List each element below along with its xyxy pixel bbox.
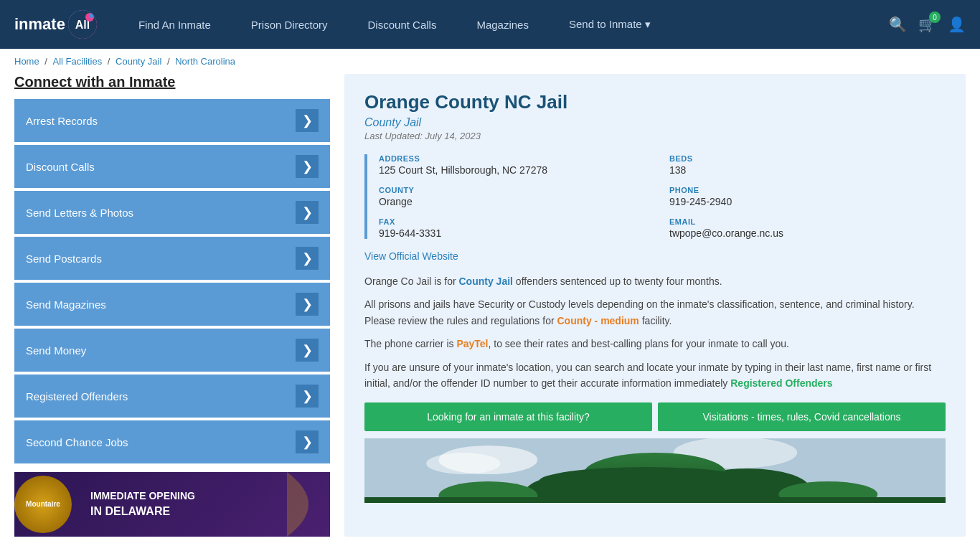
facility-desc2: All prisons and jails have Security or C…: [364, 296, 946, 329]
logo[interactable]: inmate All: [14, 10, 97, 39]
address-value: 125 Court St, Hillsborough, NC 27278: [379, 164, 655, 176]
search-icon[interactable]: 🔍: [889, 16, 907, 33]
facility-desc1: Orange Co Jail is for County Jail offend…: [364, 273, 946, 289]
visitations-button[interactable]: Visitations - times, rules, Covid cancel…: [658, 402, 946, 431]
cart-icon[interactable]: 🛒 0: [918, 16, 936, 33]
sidebar-menu: Arrest Records ❯ Discount Calls ❯ Send L…: [14, 99, 330, 463]
sidebar-item-registered-offenders[interactable]: Registered Offenders ❯: [14, 375, 330, 418]
nav-prison-directory[interactable]: Prison Directory: [231, 0, 348, 49]
info-phone: PHONE 919-245-2940: [669, 186, 946, 207]
beds-value: 138: [669, 164, 946, 176]
county-value: Orange: [379, 196, 655, 207]
facility-card: Orange County NC Jail County Jail Last U…: [344, 74, 966, 537]
sidebar-label-arrest-records: Arrest Records: [26, 115, 98, 127]
facility-type: County Jail: [364, 116, 946, 129]
info-beds: BEDS 138: [669, 154, 946, 176]
chevron-right-icon: ❯: [296, 109, 319, 132]
fax-value: 919-644-3331: [379, 227, 655, 239]
main-content: Connect with an Inmate Arrest Records ❯ …: [0, 74, 980, 551]
ad-line2: IN DELAWARE: [90, 504, 195, 519]
chevron-right-icon: ❯: [296, 339, 319, 362]
chevron-right-icon: ❯: [296, 385, 319, 408]
svg-point-6: [426, 453, 500, 474]
facility-info-grid: ADDRESS 125 Court St, Hillsborough, NC 2…: [364, 154, 946, 239]
chevron-right-icon: ❯: [296, 155, 319, 178]
ad-logo-text: Mountaire: [26, 500, 60, 509]
sidebar-item-arrest-records[interactable]: Arrest Records ❯: [14, 99, 330, 142]
sidebar-item-discount-calls[interactable]: Discount Calls ❯: [14, 145, 330, 188]
paytel-link[interactable]: PayTel: [456, 338, 488, 349]
county-label: COUNTY: [379, 186, 655, 194]
county-jail-link[interactable]: County Jail: [459, 276, 513, 287]
sidebar-label-second-chance-jobs: Second Chance Jobs: [26, 436, 128, 448]
email-value: twpope@co.orange.nc.us: [669, 227, 946, 239]
breadcrumb-sep3: /: [167, 56, 172, 67]
chevron-right-icon: ❯: [296, 201, 319, 224]
svg-point-9: [525, 474, 636, 503]
nav-links: Find An Inmate Prison Directory Discount…: [118, 0, 889, 49]
info-email: EMAIL twpope@co.orange.nc.us: [669, 217, 946, 239]
sidebar-item-send-magazines[interactable]: Send Magazines ❯: [14, 283, 330, 326]
cart-badge: 0: [929, 11, 941, 23]
info-fax: FAX 919-644-3331: [379, 217, 655, 239]
breadcrumb-home[interactable]: Home: [14, 56, 39, 67]
chevron-right-icon: ❯: [296, 247, 319, 270]
logo-text: inmate: [14, 15, 65, 34]
breadcrumb-sep2: /: [108, 56, 113, 67]
sidebar-ad[interactable]: Mountaire IMMEDIATE OPENING IN DELAWARE: [14, 472, 330, 537]
navbar: inmate All Find An Inmate Prison Directo…: [0, 0, 980, 49]
breadcrumb: Home / All Facilities / County Jail / No…: [0, 49, 980, 74]
sidebar-item-send-money[interactable]: Send Money ❯: [14, 329, 330, 372]
beds-label: BEDS: [669, 154, 946, 163]
facility-photo: [364, 438, 946, 503]
svg-point-8: [581, 460, 730, 503]
breadcrumb-north-carolina[interactable]: North Carolina: [175, 56, 235, 67]
info-address: ADDRESS 125 Court St, Hillsborough, NC 2…: [379, 154, 655, 176]
phone-label: PHONE: [669, 186, 946, 194]
sidebar-label-send-magazines: Send Magazines: [26, 298, 106, 311]
fax-label: FAX: [379, 217, 655, 226]
logo-icon: All: [68, 10, 97, 39]
nav-find-inmate[interactable]: Find An Inmate: [118, 0, 231, 49]
sidebar-item-send-letters-photos[interactable]: Send Letters & Photos ❯: [14, 191, 330, 234]
breadcrumb-county-jail[interactable]: County Jail: [116, 56, 161, 67]
phone-value: 919-245-2940: [669, 196, 946, 207]
svg-point-3: [89, 14, 93, 18]
svg-point-7: [674, 438, 797, 468]
sidebar-label-send-letters-photos: Send Letters & Photos: [26, 207, 133, 219]
ad-line1: IMMEDIATE OPENING: [90, 489, 195, 504]
sidebar-label-discount-calls: Discount Calls: [26, 161, 95, 173]
email-label: EMAIL: [669, 217, 946, 226]
nav-send-to-inmate[interactable]: Send to Inmate ▾: [549, 0, 671, 49]
nav-magazines[interactable]: Magazines: [456, 0, 549, 49]
facility-last-updated: Last Updated: July 14, 2023: [364, 131, 946, 141]
chevron-right-icon: ❯: [296, 293, 319, 316]
chevron-right-icon: ❯: [296, 430, 319, 453]
county-medium-link[interactable]: County - medium: [557, 315, 639, 326]
view-official-website-link[interactable]: View Official Website: [364, 250, 458, 262]
sidebar-label-send-money: Send Money: [26, 344, 86, 357]
ad-logo-circle: Mountaire: [14, 476, 72, 533]
sidebar-item-send-postcards[interactable]: Send Postcards ❯: [14, 237, 330, 280]
nav-discount-calls[interactable]: Discount Calls: [348, 0, 457, 49]
sidebar-item-second-chance-jobs[interactable]: Second Chance Jobs ❯: [14, 420, 330, 463]
sidebar-label-registered-offenders: Registered Offenders: [26, 390, 128, 402]
facility-desc4: If you are unsure of your inmate's locat…: [364, 359, 946, 392]
sidebar-label-send-postcards: Send Postcards: [26, 253, 102, 265]
breadcrumb-all-facilities[interactable]: All Facilities: [53, 56, 103, 67]
action-buttons: Looking for an inmate at this facility? …: [364, 402, 946, 431]
nav-icons: 🔍 🛒 0 👤: [889, 16, 966, 33]
user-icon[interactable]: 👤: [948, 16, 966, 33]
address-label: ADDRESS: [379, 154, 655, 163]
breadcrumb-sep1: /: [44, 56, 50, 67]
facility-name: Orange County NC Jail: [364, 91, 946, 113]
info-county: COUNTY Orange: [379, 186, 655, 207]
sidebar: Connect with an Inmate Arrest Records ❯ …: [14, 74, 330, 537]
facility-desc3: The phone carrier is PayTel, to see thei…: [364, 336, 946, 352]
sidebar-title: Connect with an Inmate: [14, 74, 330, 90]
registered-offenders-link[interactable]: Registered Offenders: [730, 377, 832, 389]
looking-for-inmate-button[interactable]: Looking for an inmate at this facility?: [364, 402, 652, 431]
svg-rect-13: [364, 497, 946, 503]
